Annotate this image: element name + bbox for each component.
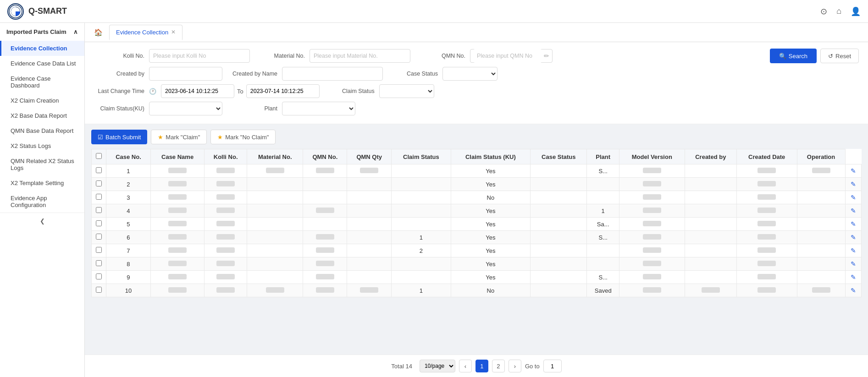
page-size-select[interactable]: 10/page 20/page 50/page bbox=[420, 360, 455, 372]
table-cell bbox=[685, 178, 736, 191]
qmn-no-input[interactable] bbox=[473, 49, 542, 63]
reset-button[interactable]: ↺ Reset bbox=[820, 49, 859, 63]
table-row: 3 No ✎ bbox=[92, 191, 862, 204]
material-no-input[interactable] bbox=[310, 49, 410, 63]
search-button[interactable]: 🔍 Search bbox=[770, 49, 817, 63]
edit-icon[interactable]: ✎ bbox=[851, 220, 856, 228]
table-cell: 1 bbox=[392, 231, 451, 244]
sidebar-item-evidence-case-data-list[interactable]: Evidence Case Data List bbox=[0, 56, 84, 71]
created-by-label: Created by bbox=[94, 71, 144, 77]
blurred-cell bbox=[757, 168, 776, 173]
row-checkbox-3[interactable] bbox=[96, 194, 102, 200]
tab-evidence-collection[interactable]: Evidence Collection ✕ bbox=[109, 25, 182, 40]
tab-bar: 🏠 Evidence Collection ✕ bbox=[85, 23, 868, 42]
table-cell bbox=[685, 271, 736, 284]
th-case-name: Case Name bbox=[150, 149, 204, 164]
plant-select[interactable] bbox=[282, 102, 355, 115]
mark-claim-button[interactable]: ★ Mark "Claim" bbox=[151, 130, 207, 144]
sidebar-item-evidence-case-dashboard[interactable]: Evidence Case Dashboard bbox=[0, 71, 84, 93]
sidebar-collapse-button[interactable]: ❮ bbox=[0, 213, 84, 229]
edit-icon[interactable]: ✎ bbox=[851, 260, 856, 268]
sidebar-item-qmn-related-x2-status-logs[interactable]: QMN Related X2 Status Logs bbox=[0, 153, 84, 175]
mark-no-claim-button[interactable]: ★ Mark "No Claim" bbox=[210, 130, 276, 144]
blurred-cell bbox=[812, 168, 830, 173]
blurred-cell bbox=[168, 234, 187, 240]
table-cell: 6 bbox=[106, 231, 151, 244]
row-checkbox-2[interactable] bbox=[96, 180, 102, 186]
row-checkbox-5[interactable] bbox=[96, 220, 102, 226]
page-1-button[interactable]: 1 bbox=[475, 360, 488, 372]
select-all-checkbox[interactable] bbox=[96, 153, 102, 159]
created-by-input[interactable] bbox=[149, 67, 222, 81]
home-tab-icon[interactable]: 🏠 bbox=[89, 26, 107, 39]
settings-circle-icon[interactable]: ⊙ bbox=[820, 6, 827, 16]
goto-input[interactable] bbox=[543, 360, 562, 372]
edit-icon[interactable]: ✎ bbox=[851, 180, 856, 188]
case-status-label: Case Status bbox=[387, 71, 438, 77]
table-cell bbox=[531, 191, 587, 204]
date-to-input[interactable] bbox=[246, 84, 320, 98]
claim-status-ku-label: Claim Status(KU) bbox=[94, 105, 144, 112]
kolli-no-input[interactable] bbox=[149, 49, 250, 63]
table-cell: 8 bbox=[106, 257, 151, 271]
sidebar-item-x2-claim-creation[interactable]: X2 Claim Creation bbox=[0, 93, 84, 108]
table-cell bbox=[531, 164, 587, 178]
page-2-button[interactable]: 2 bbox=[492, 360, 505, 372]
qmn-edit-icon[interactable]: ✏ bbox=[544, 52, 549, 60]
sidebar-item-evidence-app-configuration[interactable]: Evidence App Configuration bbox=[0, 191, 84, 213]
table-row: 6 1YesS... ✎ bbox=[92, 231, 862, 244]
edit-icon[interactable]: ✎ bbox=[851, 287, 856, 294]
table-cell: No bbox=[451, 191, 530, 204]
th-checkbox bbox=[92, 149, 106, 164]
blurred-cell bbox=[316, 287, 334, 293]
table-cell: 10 bbox=[106, 284, 151, 297]
table-cell bbox=[797, 257, 845, 271]
next-page-button[interactable]: › bbox=[509, 360, 521, 372]
case-status-select[interactable] bbox=[442, 67, 498, 81]
th-case-status: Case Status bbox=[531, 149, 587, 164]
row-checkbox-4[interactable] bbox=[96, 207, 102, 213]
date-from-input[interactable] bbox=[161, 84, 234, 98]
blurred-cell bbox=[266, 168, 284, 173]
row-checkbox-7[interactable] bbox=[96, 247, 102, 253]
blurred-cell bbox=[757, 208, 776, 213]
edit-icon[interactable]: ✎ bbox=[851, 234, 856, 241]
table-cell: Yes bbox=[451, 204, 530, 218]
row-checkbox-9[interactable] bbox=[96, 273, 102, 279]
sidebar-item-evidence-collection[interactable]: Evidence Collection bbox=[0, 41, 84, 56]
edit-icon[interactable]: ✎ bbox=[851, 194, 856, 201]
claim-status-select[interactable] bbox=[379, 84, 434, 98]
blurred-cell bbox=[757, 221, 776, 226]
blurred-cell bbox=[168, 287, 187, 293]
table-cell bbox=[347, 244, 392, 257]
reset-icon: ↺ bbox=[828, 53, 833, 60]
sidebar-item-x2-status-logs[interactable]: X2 Status Logs bbox=[0, 138, 84, 153]
table-cell bbox=[797, 204, 845, 218]
table-cell: Yes bbox=[451, 257, 530, 271]
edit-icon[interactable]: ✎ bbox=[851, 207, 856, 214]
row-checkbox-8[interactable] bbox=[96, 260, 102, 266]
edit-icon[interactable]: ✎ bbox=[851, 167, 856, 175]
table-cell: 9 bbox=[106, 271, 151, 284]
row-checkbox-1[interactable] bbox=[96, 167, 102, 173]
sidebar-section-header[interactable]: Imported Parts Claim ∧ bbox=[0, 23, 84, 41]
sidebar-item-x2-template-setting[interactable]: X2 Template Setting bbox=[0, 175, 84, 191]
prev-page-button[interactable]: ‹ bbox=[459, 360, 472, 372]
row-checkbox-6[interactable] bbox=[96, 234, 102, 240]
sidebar-item-qmn-base-data-report[interactable]: QMN Base Data Report bbox=[0, 123, 84, 138]
blurred-cell bbox=[168, 194, 187, 200]
batch-submit-button[interactable]: ☑ Batch Submit bbox=[91, 130, 147, 144]
user-icon[interactable]: 👤 bbox=[851, 6, 861, 16]
claim-status-ku-select[interactable] bbox=[149, 102, 222, 115]
tab-close-icon[interactable]: ✕ bbox=[171, 29, 176, 35]
edit-icon[interactable]: ✎ bbox=[851, 273, 856, 281]
table-cell bbox=[531, 244, 587, 257]
row-checkbox-10[interactable] bbox=[96, 287, 102, 293]
kolli-no-label: Kolli No. bbox=[94, 53, 144, 59]
edit-icon[interactable]: ✎ bbox=[851, 247, 856, 254]
home-icon[interactable]: ⌂ bbox=[836, 6, 841, 16]
table-cell bbox=[247, 178, 303, 191]
sidebar-item-x2-base-data-report[interactable]: X2 Base Data Report bbox=[0, 108, 84, 123]
created-by-name-input[interactable] bbox=[282, 67, 383, 81]
table-cell: S... bbox=[587, 231, 619, 244]
